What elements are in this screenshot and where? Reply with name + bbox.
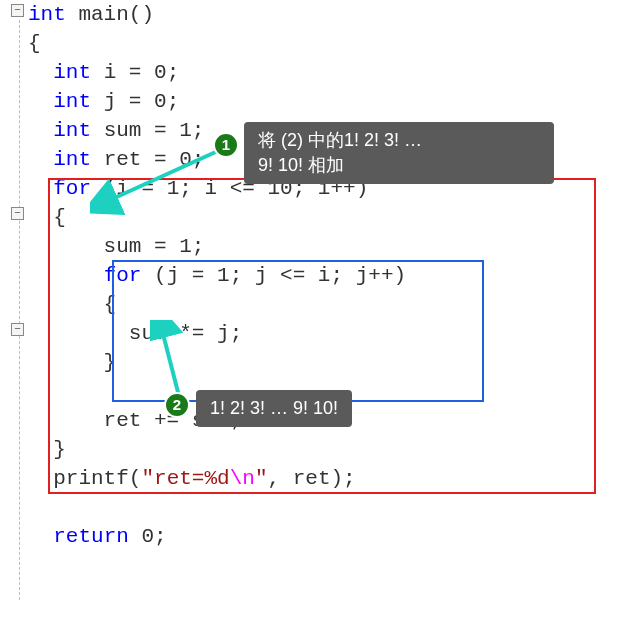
brace-open: {: [28, 32, 41, 55]
stmt-sum-reset: sum = 1;: [28, 235, 204, 258]
brace-open: {: [28, 206, 66, 229]
printf-args: , ret);: [267, 467, 355, 490]
string-body: ret=%d: [154, 467, 230, 490]
decl-sum: sum = 1;: [91, 119, 204, 142]
indent: [28, 61, 53, 84]
fold-toggle-main[interactable]: −: [11, 4, 24, 17]
brace-open: {: [28, 293, 116, 316]
fold-guide-line: [19, 20, 20, 600]
brace-close: }: [28, 438, 66, 461]
callout-1: 将 (2) 中的1! 2! 3! … 9! 10! 相加: [244, 122, 554, 184]
kw-int: int: [53, 90, 91, 113]
indent: [28, 119, 53, 142]
indent: [28, 177, 53, 200]
escape-char: \n: [230, 467, 255, 490]
kw-for: for: [53, 177, 91, 200]
stmt-sum-mul: sum *= j;: [28, 322, 242, 345]
stmt-printf: printf(: [28, 467, 141, 490]
indent: [28, 525, 53, 548]
string-quote: ": [255, 467, 268, 490]
kw-return: return: [53, 525, 129, 548]
return-val: 0;: [129, 525, 167, 548]
decl-j: j = 0;: [91, 90, 179, 113]
func-main: main(): [66, 3, 154, 26]
code-block: int main() { int i = 0; int j = 0; int s…: [28, 0, 640, 551]
brace-close: }: [28, 351, 116, 374]
string-quote: ": [141, 467, 154, 490]
decl-i: i = 0;: [91, 61, 179, 84]
fold-toggle-for-inner[interactable]: −: [11, 323, 24, 336]
kw-for: for: [104, 264, 142, 287]
kw-int: int: [53, 148, 91, 171]
kw-int: int: [28, 3, 66, 26]
fold-gutter: − − −: [0, 0, 24, 632]
indent: [28, 264, 104, 287]
fold-toggle-for-outer[interactable]: −: [11, 207, 24, 220]
badge-1: 1: [213, 132, 239, 158]
kw-int: int: [53, 61, 91, 84]
decl-ret: ret = 0;: [91, 148, 204, 171]
kw-int: int: [53, 119, 91, 142]
for-inner-cond: (j = 1; j <= i; j++): [141, 264, 406, 287]
callout-2: 1! 2! 3! … 9! 10!: [196, 390, 352, 427]
indent: [28, 90, 53, 113]
badge-2: 2: [164, 392, 190, 418]
indent: [28, 148, 53, 171]
